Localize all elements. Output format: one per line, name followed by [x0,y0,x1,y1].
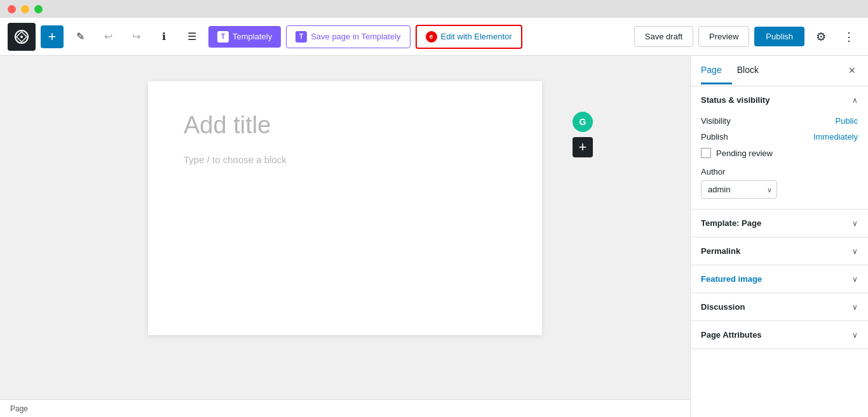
tab-page[interactable]: Page [701,57,732,84]
close-icon: × [848,64,855,77]
pending-review-row: Pending review [701,148,858,158]
editor-area: Add title Type / to choose a block G + P… [0,56,690,417]
info-icon: ℹ [162,30,166,43]
section-featured-image-header[interactable]: Featured image ∨ [691,265,868,293]
section-status-visibility-header[interactable]: Status & visibility ∧ [691,86,868,114]
templately-icon: T [217,31,229,43]
undo-icon: ↩ [104,30,112,43]
more-options-button[interactable]: ⋮ [837,25,860,48]
publish-schedule-value[interactable]: Immediately [813,132,858,142]
publish-schedule-label: Publish [701,132,728,142]
tab-block[interactable]: Block [737,57,769,84]
more-icon: ⋮ [843,30,855,44]
section-page-attributes-header[interactable]: Page Attributes ∨ [691,321,868,348]
tab-page-label: Page [701,65,722,75]
preview-label: Preview [709,32,738,41]
pending-review-checkbox[interactable] [701,148,711,158]
section-template: Template: Page ∨ [691,209,868,237]
wp-logo [8,23,36,51]
list-icon: ☰ [187,30,196,43]
elementor-button[interactable]: e Edit with Elementor [416,25,522,49]
gear-icon: ⚙ [816,30,826,44]
section-page-attributes-title: Page Attributes [701,330,762,340]
save-templately-icon: T [295,31,307,43]
status-bar: Page [0,399,690,417]
publish-button[interactable]: Publish [754,27,804,46]
minimize-button[interactable] [21,5,29,13]
add-block-inline-button[interactable]: + [573,137,593,157]
info-button[interactable]: ℹ [153,25,175,48]
titlebar [0,0,868,18]
visibility-row: Visibility Public [701,116,858,126]
grammarly-icon: G [580,117,587,127]
close-button[interactable] [8,5,16,13]
publish-label: Publish [766,32,793,41]
undo-button[interactable]: ↩ [97,25,119,48]
tab-block-label: Block [737,65,759,75]
author-label: Author [701,167,858,176]
maximize-button[interactable] [34,5,43,13]
add-block-toolbar-button[interactable]: + [41,25,64,48]
section-status-visibility-title: Status & visibility [701,95,770,105]
save-draft-label: Save draft [645,32,682,41]
tools-button[interactable]: ✎ [69,25,92,48]
featured-image-chevron-icon: ∨ [852,275,858,284]
section-discussion: Discussion ∨ [691,293,868,321]
elementor-icon: e [426,31,437,43]
section-discussion-title: Discussion [701,302,745,312]
save-templately-label: Save page in Templately [311,32,400,41]
settings-button[interactable]: ⚙ [810,25,832,48]
author-select-wrap: admin [701,180,777,199]
add-block-plus-icon: + [579,139,587,156]
save-draft-button[interactable]: Save draft [634,26,693,47]
publish-row: Publish Immediately [701,132,858,142]
sidebar-close-button[interactable]: × [846,62,858,80]
template-chevron-icon: ∨ [852,219,858,228]
plus-icon: + [48,29,57,45]
section-page-attributes: Page Attributes ∨ [691,321,868,349]
title-input[interactable]: Add title [184,112,506,139]
section-status-visibility-content: Visibility Public Publish Immediately Pe… [691,114,868,209]
list-view-button[interactable]: ☰ [180,25,203,48]
section-permalink: Permalink ∨ [691,237,868,265]
pending-review-label: Pending review [716,149,773,158]
section-discussion-header[interactable]: Discussion ∨ [691,293,868,321]
section-permalink-header[interactable]: Permalink ∨ [691,237,868,265]
body-placeholder[interactable]: Type / to choose a block [184,154,506,165]
section-permalink-title: Permalink [701,246,740,256]
svg-point-1 [20,36,23,38]
templately-label: Templately [233,32,272,41]
templately-button[interactable]: T Templately [208,26,281,48]
redo-button[interactable]: ↪ [125,25,147,48]
chevron-up-icon: ∧ [852,96,858,105]
visibility-value[interactable]: Public [836,116,858,126]
preview-button[interactable]: Preview [698,26,749,47]
elementor-label: Edit with Elementor [441,32,512,41]
section-status-visibility: Status & visibility ∧ Visibility Public … [691,86,868,209]
status-label: Page [10,404,28,413]
author-select[interactable]: admin [701,180,777,199]
title-placeholder: Add title [184,112,271,138]
visibility-label: Visibility [701,116,731,126]
section-template-header[interactable]: Template: Page ∨ [691,209,868,237]
redo-icon: ↪ [132,30,140,43]
section-featured-image: Featured image ∨ [691,265,868,293]
page-attributes-chevron-icon: ∨ [852,331,858,340]
permalink-chevron-icon: ∨ [852,247,858,256]
toolbar: + ✎ ↩ ↪ ℹ ☰ T Templately T Save page in … [0,18,868,56]
discussion-chevron-icon: ∨ [852,303,858,312]
sidebar: Page Block × Status & visibility ∧ Visib… [690,56,868,417]
main-layout: Add title Type / to choose a block G + P… [0,56,868,417]
editor-canvas: Add title Type / to choose a block G + [148,81,542,335]
save-templately-button[interactable]: T Save page in Templately [286,25,410,48]
sidebar-header: Page Block × [691,56,868,86]
section-template-title: Template: Page [701,218,761,228]
pencil-icon: ✎ [76,30,85,43]
grammarly-button[interactable]: G [573,112,593,132]
section-featured-image-title: Featured image [701,274,762,284]
